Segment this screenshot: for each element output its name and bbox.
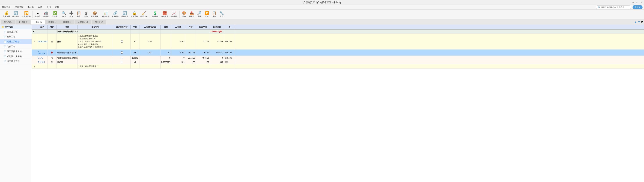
menu-item-shenhe[interactable]: 审核	[38, 5, 43, 9]
sidebar-item-wumian[interactable]: 📄 屋面及防水工程	[0, 49, 32, 54]
row2-composite-cost: 8404.17	[210, 50, 224, 56]
tab-zaojia[interactable]: 造价分析	[1, 20, 15, 24]
sidebar-folder-icon-4: 📄	[4, 46, 6, 48]
sidebar-folder-icon-3: 📄	[4, 41, 6, 43]
tab-grid-icon[interactable]: ⊞	[641, 21, 643, 24]
row5-features-text: 1.混凝土种类:预拌混凝土	[78, 65, 98, 68]
row4-features	[78, 60, 113, 64]
row4-tag: 房屋	[224, 60, 235, 64]
minimize-button[interactable]: ─	[632, 1, 635, 4]
sidebar-folder-icon-5: 📄	[4, 50, 6, 53]
login-button[interactable]: 未登录	[632, 5, 642, 9]
supplement-icon: 📋	[76, 11, 81, 15]
tab-cuoshi[interactable]: 措施项目	[45, 20, 60, 24]
toolbar-btn-expand[interactable]: 📤 展开到	[188, 11, 196, 18]
toolbar-btn-reuse-group[interactable]: 🔗 复用组价	[111, 11, 120, 18]
menu-item-xiezuo[interactable]: 协作	[46, 5, 52, 9]
menu-item-bangzhu[interactable]: 帮助	[54, 5, 60, 9]
section-expression	[140, 30, 161, 34]
row5-type	[48, 64, 56, 68]
toolbar-btn-tools[interactable]: 🔧 工具	[218, 11, 225, 18]
toolbar-btn-insert[interactable]: ➕ 插入	[68, 11, 75, 18]
sidebar-item-loudimian[interactable]: 📄 楼地面、天棚装...	[0, 54, 32, 59]
tab-fenbufenxiang[interactable]: 分部分项	[30, 20, 45, 24]
sidebar-item-qiangmian[interactable]: 📄 墙面装饰工程	[0, 59, 32, 64]
toolbar-btn-mortar[interactable]: 🧱 砂浆换算	[160, 11, 169, 18]
row5-code[interactable]	[37, 64, 48, 68]
toolbar-btn-feiyong[interactable]: 💰 费用查看	[2, 11, 11, 18]
restore-button[interactable]: □	[636, 1, 639, 4]
menu-item-zhibiao[interactable]: 指标神器	[2, 5, 11, 9]
row1-features: 1.混凝土种类:预拌混凝土 2.混凝土强度等级:C10 3.混凝土运输及泵送:自…	[78, 34, 113, 49]
toolbar-btn-lock-list[interactable]: 🔒 锁定清单	[130, 11, 139, 18]
row3-locked-checkbox[interactable]	[121, 57, 123, 59]
toolbar-btn-unit-price[interactable]: 💲 单价构成	[150, 11, 160, 18]
search-input[interactable]	[601, 6, 629, 8]
tab-bar: 造价分析 工程概况 分部分项 措施项目 其他项目 人材机汇总 费用汇总 ▲ ▼ …	[0, 20, 644, 25]
toolbar-group-1: 💰 费用查看 🔄 统一调价 🔁 全费用切换	[1, 11, 33, 18]
th-type: 类别	[48, 25, 56, 29]
toolbar-btn-color[interactable]: 🎨 颜色	[180, 11, 188, 18]
sidebar-item-label-6: 楼地面、天棚装...	[7, 55, 24, 58]
close-button[interactable]: ✕	[640, 1, 642, 4]
sidebar-item-menchuang[interactable]: 📄 门窗工程	[0, 44, 32, 49]
row1-locked[interactable]	[113, 34, 131, 49]
menu-item-chengben[interactable]: 成本测算	[14, 5, 24, 9]
row4-locked[interactable]	[113, 60, 131, 64]
menu-item-dianzi[interactable]: 电子标	[27, 5, 34, 9]
toolbar-btn-tongyidiaojia[interactable]: 🔄 统一调价	[11, 11, 20, 18]
row3-code[interactable]: 5-171	[37, 56, 48, 60]
sidebar-item-qizhu[interactable]: 📄 砌筑工程	[0, 34, 32, 39]
row2-code[interactable]: 5-15-1 M802105-···M802105-···	[37, 50, 48, 56]
table-row: 补子目2 补 泵送费 m3 0.0325387 1.01 30 30 30.3 …	[32, 60, 644, 64]
cloud-save-label: 云存档	[35, 15, 40, 18]
toolbar-btn-ai[interactable]: 🤖 智能组价	[42, 11, 51, 18]
row5-composite-price	[196, 64, 210, 68]
standard-group-label: 标准组价	[102, 15, 109, 18]
tab-feiyong[interactable]: 费用汇总	[92, 20, 106, 24]
row4-locked-checkbox[interactable]	[121, 61, 123, 63]
sidebar-header-icon: 📁	[2, 26, 4, 28]
row3-quantity: 0	[171, 56, 185, 60]
toolbar-btn-supplement[interactable]: 📋 补充	[75, 11, 82, 18]
tab-up-icon[interactable]: ▲	[634, 21, 637, 24]
query-label: 查询	[62, 15, 66, 18]
row2-composite-price: 2707.53	[196, 50, 210, 56]
row1-code[interactable]: 010501001001	[37, 34, 48, 49]
title-bar: 广联达预算计价 - [投标管理 - 未命名] ─ □ ✕	[0, 0, 644, 5]
toolbar-btn-filter[interactable]: 🔽 过滤	[203, 11, 210, 18]
toolbar-btn-cloud[interactable]: ☁ 云存档	[34, 11, 41, 18]
toolbar-btn-other[interactable]: 📋 其他	[210, 11, 218, 18]
other-label: 其他	[212, 15, 216, 18]
unit-price-icon: 💲	[153, 11, 157, 15]
toolbar-btn-batch-delete[interactable]: 📦 批量删除	[90, 11, 99, 18]
row4-code[interactable]: 补子目2	[37, 60, 48, 64]
section-collapse[interactable]: ▬	[37, 30, 48, 34]
tab-down-icon[interactable]: ▼	[638, 21, 640, 24]
toolbar-btn-find[interactable]: 🔎 查找	[196, 11, 203, 18]
row2-features	[78, 50, 113, 56]
toolbar-btn-price-index[interactable]: 📈 价格指数	[170, 11, 179, 18]
toolbar-btn-organize-list[interactable]: 🧹 整理清单	[139, 11, 148, 18]
tab-rencaiji[interactable]: 人材机汇总	[75, 20, 92, 24]
toolbar-btn-standard-group[interactable]: 📊 标准组价	[101, 11, 110, 18]
sidebar-item-hunningtu[interactable]: 📄 混凝土及钢筋...	[0, 39, 32, 44]
row1-features-text: 1.混凝土种类:预拌混凝土 2.混凝土强度等级:C10 3.混凝土运输及泵送:自…	[78, 35, 103, 49]
tab-gongcheng[interactable]: 工程概况	[16, 20, 30, 24]
toolbar-btn-delete[interactable]: 🗑 删除	[82, 11, 90, 18]
toolbar-btn-check[interactable]: ✅ 云检查	[51, 11, 58, 18]
row3-locked[interactable]	[113, 56, 131, 60]
sidebar-item-tushifang[interactable]: 📄 土石方工程	[0, 29, 32, 34]
reuse-group-label: 复用组价	[112, 15, 119, 18]
toolbar-btn-query[interactable]: 🔍 查询	[60, 11, 68, 18]
toolbar-btn-replace-data[interactable]: 🔄 替换数据	[120, 11, 130, 18]
row5-expression	[140, 64, 161, 68]
delete-label: 删除	[84, 15, 88, 18]
row2-locked-checkbox[interactable]	[121, 52, 123, 54]
toolbar: 💰 费用查看 🔄 统一调价 🔁 全费用切换 ☁ 云存档 🤖 智能组价 ✅ 云检查…	[0, 10, 644, 20]
tab-qita[interactable]: 其他项目	[60, 20, 74, 24]
toolbar-btn-quanfei[interactable]: 🔁 全费用切换	[21, 11, 32, 18]
row1-composite-cost: 8434.5	[210, 34, 224, 49]
row1-locked-checkbox[interactable]	[121, 41, 123, 43]
row2-locked[interactable]	[113, 50, 131, 56]
